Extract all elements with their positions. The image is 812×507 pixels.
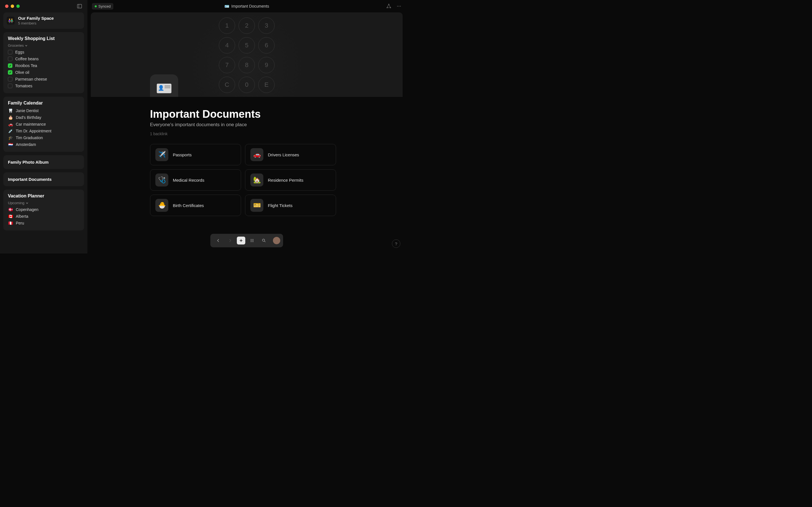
vacation-item-emoji: 🇵🇪 (8, 221, 13, 225)
shopping-item[interactable]: Coffee beans (8, 55, 80, 62)
chevron-down-icon (25, 44, 28, 47)
document-card[interactable]: 🏡Residence Permits (245, 169, 336, 191)
keypad-decoration: 123456789C0E (219, 17, 274, 93)
shopping-item-label: Coffee beans (15, 57, 39, 61)
page-title[interactable]: Important Documents (150, 108, 343, 120)
svg-point-12 (252, 240, 252, 241)
calendar-item-emoji: 🦷 (8, 108, 13, 113)
calendar-item[interactable]: 🇳🇱Amsterdam (8, 141, 80, 148)
window-titlebar (3, 3, 84, 12)
checkbox[interactable] (8, 50, 12, 54)
nav-back-button[interactable] (213, 236, 223, 245)
shopping-item[interactable]: Rooibos Tea (8, 62, 80, 69)
calendar-item[interactable]: 💉Tim Dr. Appointment (8, 128, 80, 134)
checkbox[interactable] (8, 83, 12, 88)
vacation-item-label: Alberta (16, 214, 28, 219)
shopping-item[interactable]: Tomatoes (8, 82, 80, 89)
backlink-count[interactable]: 1 backlink (150, 131, 343, 136)
topbar: Synced 🪪 Important Documents (87, 0, 406, 12)
document-card[interactable]: 🚗Drivers Licenses (245, 144, 336, 165)
calendar-item-emoji: 🇳🇱 (8, 142, 13, 147)
svg-point-4 (390, 7, 391, 8)
shopping-item-label: Olive oil (15, 70, 29, 75)
calendar-item[interactable]: 🚗Car maintenance (8, 121, 80, 128)
more-icon[interactable] (396, 4, 402, 9)
shopping-item[interactable]: Parmesan cheese (8, 76, 80, 82)
close-window-button[interactable] (5, 4, 8, 8)
svg-point-9 (252, 239, 252, 240)
photo-album-panel[interactable]: Family Photo Album (3, 155, 84, 169)
search-button[interactable] (259, 236, 269, 245)
shopping-item[interactable]: Eggs (8, 49, 80, 55)
calendar-item[interactable]: 🎂Dad's Birthday (8, 114, 80, 121)
document-card[interactable]: 🐣Birth Certificates (150, 194, 241, 216)
svg-rect-0 (78, 4, 82, 8)
help-button[interactable]: ? (392, 239, 400, 248)
shopping-panel: Weekly Shopping List Groceries EggsCoffe… (3, 32, 84, 93)
hero-cover: 123456789C0E (91, 12, 403, 97)
toggle-sidebar-icon[interactable] (77, 3, 82, 9)
shopping-subhead[interactable]: Groceries (8, 43, 80, 48)
nav-forward-button[interactable] (225, 236, 235, 245)
vacation-subhead[interactable]: Upcoming (8, 201, 80, 205)
document-label: Passports (173, 152, 192, 157)
vacation-item[interactable]: 🇩🇰Copenhagen (8, 206, 80, 213)
vacation-item-label: Copenhagen (16, 207, 38, 212)
document-card[interactable]: ✈️Passports (150, 144, 241, 165)
document-card[interactable]: 🎫Flight Tickets (245, 194, 336, 216)
keypad-key: 7 (219, 57, 235, 73)
workspace-card[interactable]: 👫 Our Family Space 5 members (3, 12, 84, 29)
page-icon[interactable] (150, 74, 178, 97)
sync-label: Synced (98, 4, 110, 8)
minimize-window-button[interactable] (11, 4, 14, 8)
document-icon: 🏡 (250, 173, 263, 186)
calendar-item[interactable]: 🦷Janie Dentist (8, 107, 80, 114)
calendar-item-label: Amsterdam (16, 142, 36, 147)
graph-icon[interactable] (386, 4, 391, 9)
workspace-subtitle: 5 members (18, 21, 54, 25)
checkbox[interactable] (8, 77, 12, 81)
svg-point-14 (251, 241, 251, 242)
checkbox[interactable] (8, 63, 12, 68)
svg-point-16 (253, 241, 253, 242)
svg-point-8 (251, 239, 251, 240)
shopping-item-label: Parmesan cheese (15, 77, 47, 81)
calendar-item-emoji: 💉 (8, 129, 13, 133)
keypad-key: E (258, 76, 274, 93)
document-card[interactable]: 🩺Medical Records (150, 169, 241, 191)
apps-button[interactable] (247, 236, 257, 245)
breadcrumb-title: Important Documents (232, 4, 269, 8)
important-documents-panel[interactable]: Important Documents (3, 172, 84, 186)
sync-badge[interactable]: Synced (92, 3, 113, 10)
chevron-down-icon (26, 202, 29, 205)
keypad-key: 9 (258, 57, 274, 73)
maximize-window-button[interactable] (16, 4, 20, 8)
keypad-key: C (219, 76, 235, 93)
checkbox[interactable] (8, 70, 12, 75)
document-icon: 🩺 (155, 173, 168, 186)
document-label: Medical Records (173, 178, 204, 182)
workspace-name: Our Family Space (18, 16, 54, 20)
vacation-item-emoji: 🇨🇦 (8, 214, 13, 219)
document-label: Residence Permits (268, 178, 303, 182)
user-avatar[interactable] (273, 237, 280, 244)
vacation-item[interactable]: 🇵🇪Peru (8, 220, 80, 226)
svg-point-5 (397, 6, 398, 6)
shopping-title: Weekly Shopping List (8, 36, 80, 41)
svg-point-3 (387, 7, 388, 8)
shopping-item[interactable]: Olive oil (8, 69, 80, 76)
calendar-item[interactable]: 🎓Tim Graduation (8, 134, 80, 141)
document-label: Drivers Licenses (268, 152, 299, 157)
breadcrumb[interactable]: 🪪 Important Documents (224, 4, 269, 8)
add-button[interactable] (237, 237, 245, 244)
keypad-key: 8 (239, 57, 255, 73)
sync-dot-icon (95, 5, 97, 7)
shopping-item-label: Rooibos Tea (15, 63, 37, 68)
checkbox[interactable] (8, 57, 12, 61)
vacation-item[interactable]: 🇨🇦Alberta (8, 213, 80, 220)
keypad-key: 5 (239, 37, 255, 54)
sidebar: 👫 Our Family Space 5 members Weekly Shop… (0, 0, 87, 253)
vacation-item-label: Peru (16, 221, 24, 225)
document-icon: 🚗 (250, 148, 263, 161)
calendar-panel: Family Calendar 🦷Janie Dentist🎂Dad's Bir… (3, 97, 84, 152)
